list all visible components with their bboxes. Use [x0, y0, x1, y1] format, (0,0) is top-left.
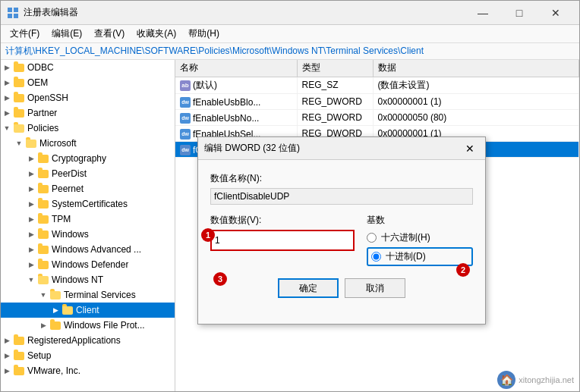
expand-arrow-windowsnt: ▼: [25, 276, 37, 284]
cell-type: REG_DWORD: [297, 110, 373, 126]
expand-arrow-odbc: ▶: [1, 64, 13, 71]
hex-radio-label[interactable]: 十六进制(H): [367, 231, 473, 244]
tree-item-peernet[interactable]: ▶ Peernet: [1, 181, 175, 196]
maximize-button[interactable]: □: [502, 4, 537, 22]
tree-label-peerdist: PeerDist: [52, 168, 87, 179]
svg-rect-1: [14, 8, 18, 12]
hex-radio[interactable]: [367, 233, 377, 243]
tree-item-windowsnt[interactable]: ▼ Windows NT: [1, 272, 175, 287]
watermark: 🏠 xitongzhijia.net: [497, 371, 574, 389]
tree-label-partner: Partner: [27, 108, 57, 118]
folder-icon-terminalservices: [49, 290, 61, 300]
dec-radio-label[interactable]: 十进制(D): [371, 250, 426, 263]
expand-arrow-openssh: ▶: [1, 94, 13, 102]
title-bar: 注册表编辑器 — □ ✕: [1, 1, 579, 25]
menu-edit[interactable]: 编辑(E): [46, 26, 88, 42]
expand-arrow-microsoft: ▼: [13, 140, 25, 147]
name-label: 数值名称(N):: [210, 172, 473, 185]
callout-2: 2: [456, 263, 470, 277]
tree-item-windowsfileprot[interactable]: ▶ Windows File Prot...: [1, 318, 175, 333]
tree-item-windows[interactable]: ▶ Windows: [1, 227, 175, 242]
tree-label-windowsfileprot: Windows File Prot...: [64, 320, 145, 331]
expand-arrow-registeredapps: ▶: [1, 337, 13, 344]
table-row[interactable]: ab (默认) REG_SZ (数值未设置): [175, 77, 579, 94]
tree-panel: ▶ ODBC ▶ OEM ▶ OpenSSH ▶ Partner: [1, 60, 175, 391]
value-input[interactable]: [210, 230, 355, 251]
ok-button[interactable]: 确定: [278, 278, 339, 298]
expand-arrow-peerdist: ▶: [25, 170, 37, 177]
tree-item-cryptography[interactable]: ▶ Cryptography: [1, 151, 175, 166]
callout-3: 3: [213, 272, 227, 286]
table-row[interactable]: dw fEnableUsbNo... REG_DWORD 0x00000050 …: [175, 110, 579, 126]
folder-icon-registeredapps: [13, 335, 25, 346]
tree-item-peerdist[interactable]: ▶ PeerDist: [1, 166, 175, 181]
svg-rect-0: [8, 8, 12, 12]
tree-item-windowsdefender[interactable]: ▶ Windows Defender: [1, 257, 175, 272]
menu-favorites[interactable]: 收藏夹(A): [131, 26, 182, 42]
tree-label-microsoft: Microsoft: [39, 138, 77, 149]
expand-arrow-windows: ▶: [25, 230, 37, 238]
tree-item-setup[interactable]: ▶ Setup: [1, 348, 175, 363]
tree-item-systemcerts[interactable]: ▶ SystemCertificates: [1, 196, 175, 212]
expand-arrow-client: ▶: [49, 306, 61, 314]
expand-arrow-policies: ▼: [1, 124, 13, 132]
folder-icon-odbc: [13, 62, 25, 73]
tree-label-peernet: Peernet: [52, 183, 84, 194]
tree-label-windows: Windows: [52, 229, 89, 240]
folder-icon-vmware: [13, 365, 25, 376]
tree-label-cryptography: Cryptography: [52, 153, 106, 164]
expand-arrow-peernet: ▶: [25, 185, 37, 193]
tree-item-partner[interactable]: ▶ Partner: [1, 105, 175, 121]
tree-item-oem[interactable]: ▶ OEM: [1, 75, 175, 90]
minimize-button[interactable]: —: [465, 4, 500, 22]
reg-type-icon-dw2: dw: [180, 113, 191, 124]
tree-item-tpm[interactable]: ▶ TPM: [1, 212, 175, 227]
folder-icon-windowsfileprot: [49, 320, 61, 331]
cell-data: 0x00000001 (1): [373, 94, 579, 110]
tree-item-client[interactable]: ▶ Client: [1, 303, 175, 318]
hex-label: 十六进制(H): [381, 231, 430, 244]
tree-item-microsoft[interactable]: ▼ Microsoft: [1, 136, 175, 151]
folder-icon-oem: [13, 77, 25, 88]
reg-type-icon-dw1: dw: [180, 97, 191, 108]
expand-arrow-cryptography: ▶: [25, 155, 37, 162]
menu-help[interactable]: 帮助(H): [182, 26, 225, 42]
dialog-title-bar: 编辑 DWORD (32 位值) ✕: [198, 137, 485, 160]
dialog-close-button[interactable]: ✕: [461, 141, 479, 156]
dec-radio[interactable]: [371, 252, 381, 262]
table-row[interactable]: dw fEnableUsbBlo... REG_DWORD 0x00000001…: [175, 94, 579, 110]
col-header-data: 数据: [373, 60, 579, 77]
tree-item-openssh[interactable]: ▶ OpenSSH: [1, 90, 175, 105]
tree-item-registeredapps[interactable]: ▶ RegisteredApplications: [1, 333, 175, 348]
folder-icon-windowsdefender: [37, 259, 49, 270]
expand-arrow-windowsfileprot: ▶: [37, 321, 49, 329]
expand-arrow-terminalservices: ▼: [37, 291, 49, 299]
dec-radio-box: 十进制(D): [367, 247, 473, 266]
cancel-button[interactable]: 取消: [345, 278, 405, 298]
tree-label-odbc: ODBC: [27, 62, 54, 73]
folder-icon-systemcerts: [37, 199, 49, 209]
menu-file[interactable]: 文件(F): [4, 26, 46, 42]
expand-arrow-windowsdefender: ▶: [25, 261, 37, 268]
expand-arrow-windowsadvanced: ▶: [25, 246, 37, 253]
folder-icon-openssh: [13, 93, 25, 103]
tree-label-windowsadvanced: Windows Advanced ...: [52, 244, 141, 255]
cell-type: REG_DWORD: [297, 94, 373, 110]
menu-view[interactable]: 查看(V): [88, 26, 131, 42]
folder-icon-microsoft: [25, 138, 37, 149]
tree-item-terminalservices[interactable]: ▼ Terminal Services: [1, 287, 175, 303]
tree-item-vmware[interactable]: ▶ VMware, Inc.: [1, 363, 175, 378]
dialog-input-row: 数值数据(V): 1 基数 十六进制(H): [210, 214, 473, 266]
close-button[interactable]: ✕: [538, 4, 573, 22]
tree-label-systemcerts: SystemCertificates: [52, 199, 128, 209]
col-header-name: 名称: [175, 60, 297, 77]
name-value: fClientDisableUDP: [210, 188, 473, 205]
tree-item-policies[interactable]: ▼ Policies: [1, 121, 175, 136]
folder-icon-peerdist: [37, 168, 49, 179]
tree-item-odbc[interactable]: ▶ ODBC: [1, 60, 175, 75]
tree-label-registeredapps: RegisteredApplications: [27, 335, 121, 346]
watermark-icon: 🏠: [497, 371, 515, 389]
reg-type-icon-dw3: dw: [180, 129, 191, 140]
tree-item-windowsadvanced[interactable]: ▶ Windows Advanced ...: [1, 242, 175, 257]
tree-label-client: Client: [76, 305, 99, 315]
